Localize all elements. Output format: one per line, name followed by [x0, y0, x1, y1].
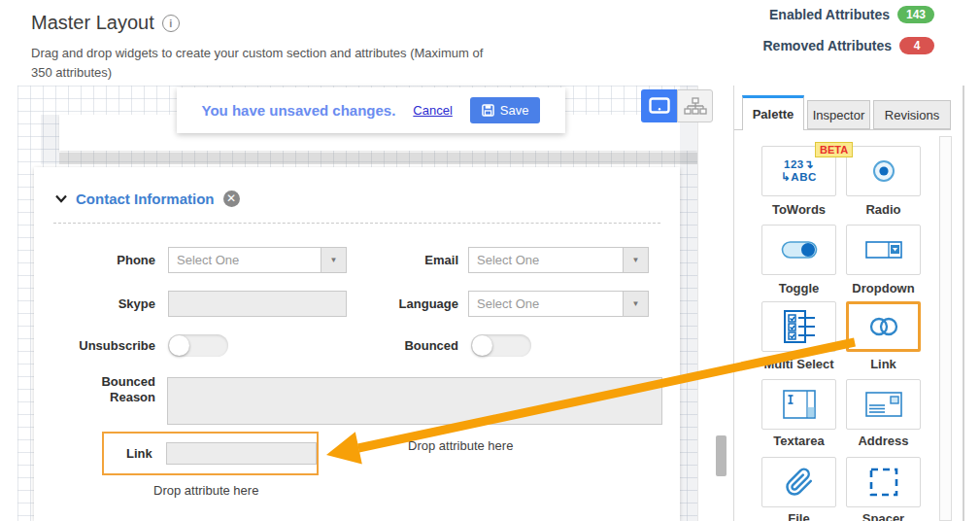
page-title: Master Layout: [31, 12, 154, 34]
canvas-scrollbar-thumb[interactable]: [716, 435, 727, 476]
contact-information-card: Contact Information ✕ Phone Select One ▼…: [34, 167, 680, 521]
desktop-view-button[interactable]: [641, 89, 677, 122]
monitor-icon: [649, 97, 670, 116]
side-panel: Palette Inspector Revisions BETA 123↴ ↳A…: [733, 86, 964, 521]
multi-select-icon: [782, 309, 817, 344]
enabled-attributes-count: 143: [897, 6, 934, 23]
unsubscribe-label: Unsubscribe: [34, 334, 155, 357]
language-select[interactable]: Select One ▼: [468, 291, 649, 317]
link-field-highlight: Link: [102, 432, 319, 475]
chevron-down-icon[interactable]: ▼: [623, 292, 648, 316]
widget-spacer-label: Spacer: [834, 511, 932, 521]
widget-address-label: Address: [834, 434, 932, 448]
beta-badge: BETA: [815, 142, 853, 157]
unsaved-changes-bar: You have unsaved changes. Cancel Save: [177, 87, 565, 133]
toggle-knob: [169, 335, 189, 356]
cancel-link[interactable]: Cancel: [413, 103, 452, 118]
view-toggle: [641, 89, 713, 122]
dropdown-icon: [865, 241, 902, 259]
textarea-icon: [783, 390, 816, 419]
canvas-shadow-left: [41, 115, 59, 164]
close-icon[interactable]: ✕: [223, 191, 240, 207]
tab-palette-label: Palette: [753, 107, 794, 122]
section-divider: [53, 223, 660, 224]
widget-textarea[interactable]: [761, 379, 836, 430]
widget-radio-label: Radio: [834, 202, 932, 217]
save-button-label: Save: [500, 103, 529, 118]
widget-dropdown-label: Dropdown: [834, 281, 932, 295]
sitemap-view-button[interactable]: [677, 89, 713, 122]
page-subtitle: Drag and drop widgets to create your cus…: [31, 44, 488, 83]
layout-canvas: Contact Information ✕ Phone Select One ▼…: [17, 86, 733, 521]
tab-inspector-label: Inspector: [813, 108, 864, 122]
towords-icon: 123↴ ↳ABC: [781, 158, 817, 184]
language-select-value: Select One: [469, 292, 648, 316]
link-input[interactable]: [166, 442, 317, 465]
widget-toggle[interactable]: [761, 225, 836, 275]
tab-inspector[interactable]: Inspector: [807, 100, 870, 129]
link-icon: [867, 315, 900, 338]
save-button[interactable]: Save: [470, 97, 541, 123]
skype-input[interactable]: [168, 291, 347, 317]
address-icon: [865, 392, 902, 417]
widget-towords-label: ToWords: [750, 202, 848, 217]
tab-revisions[interactable]: Revisions: [873, 100, 951, 129]
phone-select[interactable]: Select One ▼: [168, 247, 347, 273]
widget-file-label: File: [750, 511, 848, 521]
skype-label: Skype: [34, 291, 155, 317]
section-title: Contact Information: [76, 191, 215, 207]
phone-select-value: Select One: [169, 248, 346, 272]
widget-toggle-label: Toggle: [750, 281, 848, 295]
chevron-down-icon[interactable]: [55, 194, 67, 203]
floppy-disk-icon: [482, 104, 494, 117]
unsubscribe-toggle[interactable]: [168, 334, 228, 357]
removed-attributes-row: Removed Attributes 4: [762, 37, 934, 54]
drop-attribute-hint-bottom: Drop attribute here: [153, 483, 258, 498]
page-title-row: Master Layout i: [31, 12, 488, 34]
section-drop-zone-band: [59, 153, 697, 164]
enabled-attributes-row: Enabled Attributes 143: [769, 6, 934, 23]
widget-dropdown[interactable]: [846, 225, 921, 275]
radio-icon: [871, 158, 896, 184]
bounced-label: Bounced: [361, 334, 458, 357]
bounced-reason-label: Bounced Reason: [68, 374, 155, 405]
toggle-knob: [472, 335, 492, 356]
chevron-down-icon[interactable]: ▼: [623, 248, 648, 272]
link-label: Link: [104, 446, 152, 461]
email-label: Email: [361, 247, 458, 273]
page: Master Layout i Drag and drop widgets to…: [0, 0, 980, 521]
toggle-icon: [781, 240, 818, 260]
widget-radio[interactable]: [846, 146, 921, 196]
attribute-stats: Enabled Attributes 143 Removed Attribute…: [762, 6, 934, 54]
tab-revisions-label: Revisions: [885, 108, 939, 122]
widget-spacer[interactable]: [846, 457, 921, 507]
sitemap-icon: [684, 97, 707, 115]
palette-scrollbar-track[interactable]: [939, 136, 952, 521]
enabled-attributes-label: Enabled Attributes: [769, 7, 890, 22]
canvas-shadow-right: [680, 86, 697, 521]
tab-palette[interactable]: Palette: [742, 95, 804, 130]
removed-attributes-label: Removed Attributes: [762, 38, 892, 53]
widget-textarea-label: Textarea: [750, 434, 848, 448]
info-icon[interactable]: i: [162, 15, 180, 32]
widget-link-label: Link: [834, 357, 932, 371]
chevron-down-icon[interactable]: ▼: [321, 248, 346, 272]
language-label: Language: [361, 291, 458, 317]
widget-multi-select[interactable]: [761, 301, 836, 352]
widget-address[interactable]: [846, 379, 921, 430]
unsaved-message: You have unsaved changes.: [202, 102, 396, 119]
widget-multi-select-label: Multi Select: [750, 357, 848, 371]
email-select-value: Select One: [469, 248, 648, 272]
phone-label: Phone: [34, 247, 155, 273]
drop-attribute-hint-right: Drop attribute here: [408, 438, 513, 453]
widget-file[interactable]: [761, 457, 836, 507]
email-select[interactable]: Select One ▼: [468, 247, 649, 273]
widget-link[interactable]: [846, 301, 921, 352]
bounced-reason-textarea[interactable]: [167, 377, 662, 425]
file-icon: [785, 468, 814, 497]
bounced-toggle[interactable]: [471, 334, 531, 357]
removed-attributes-count: 4: [899, 37, 934, 54]
spacer-icon: [868, 467, 899, 498]
